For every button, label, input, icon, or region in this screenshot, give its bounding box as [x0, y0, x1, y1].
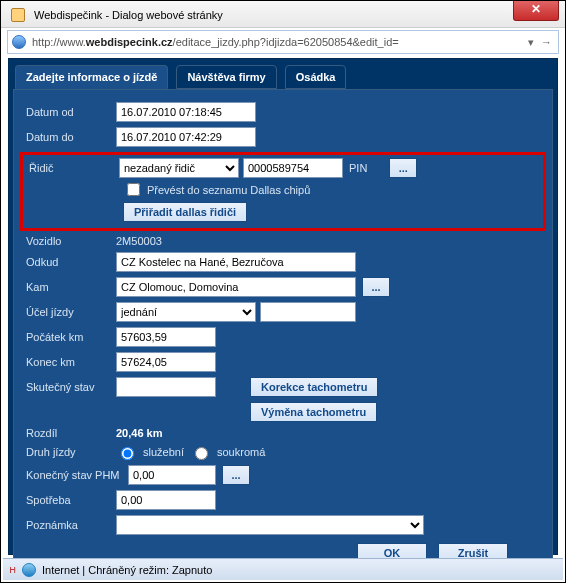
browse-pin-button[interactable]: ...	[389, 158, 417, 178]
label-spotreba: Spotřeba	[26, 494, 116, 506]
input-kam[interactable]	[116, 277, 356, 297]
label-druh: Druh jízdy	[26, 446, 116, 458]
close-button[interactable]: ✕	[513, 0, 559, 21]
button-priradit[interactable]: Přiřadit dallas řidiči	[123, 202, 247, 222]
input-datum-od[interactable]	[116, 102, 256, 122]
button-korekce[interactable]: Korekce tachometru	[250, 377, 378, 397]
status-bullet: ʜ	[9, 563, 16, 576]
globe-icon	[22, 563, 36, 577]
input-konecny-phm[interactable]	[128, 465, 216, 485]
browse-phm-button[interactable]: ...	[222, 465, 250, 485]
browse-kam-button[interactable]: ...	[362, 277, 390, 297]
address-bar[interactable]: http://www.webdispecink.cz/editace_jizdy…	[7, 30, 559, 54]
driver-highlight-box: Řidič nezadaný řidič PIN ... Převést do …	[20, 152, 546, 231]
ie-icon	[12, 35, 26, 49]
input-skutecny[interactable]	[116, 377, 216, 397]
app-icon	[11, 8, 25, 22]
label-datum-do: Datum do	[26, 131, 116, 143]
input-spotreba[interactable]	[116, 490, 216, 510]
select-poznamka[interactable]	[116, 515, 424, 535]
input-dallas-id[interactable]	[243, 158, 343, 178]
input-odkud[interactable]	[116, 252, 356, 272]
label-ridic: Řidič	[29, 162, 119, 174]
titlebar: Webdispečink - Dialog webové stránky ✕	[1, 1, 565, 28]
checkbox-prevest[interactable]	[127, 183, 140, 196]
label-sluzebni: služební	[143, 446, 184, 458]
label-prevest: Převést do seznamu Dallas chipů	[147, 184, 310, 196]
value-rozdil: 20,46 km	[116, 427, 162, 439]
addressbar-arrows[interactable]: ▾ →	[524, 36, 554, 49]
input-konec[interactable]	[116, 352, 216, 372]
url-text: http://www.webdispecink.cz/editace_jizdy…	[32, 36, 524, 48]
form-panel: Datum od Datum do Řidič nezadaný řidič P…	[13, 89, 553, 576]
label-vozidlo: Vozidlo	[26, 235, 116, 247]
tabstrip: Zadejte informace o jízdě Návštěva firmy…	[13, 63, 553, 89]
label-pocatek: Počátek km	[26, 331, 116, 343]
label-ucel: Účel jízdy	[26, 306, 116, 318]
content-area: Zadejte informace o jízdě Návštěva firmy…	[8, 58, 558, 555]
label-datum-od: Datum od	[26, 106, 116, 118]
label-kam: Kam	[26, 281, 116, 293]
status-text: Internet | Chráněný režim: Zapnuto	[42, 564, 212, 576]
tab-osadka[interactable]: Osádka	[285, 65, 347, 89]
label-rozdil: Rozdíl	[26, 427, 116, 439]
input-pocatek[interactable]	[116, 327, 216, 347]
select-ucel[interactable]: jednání	[116, 302, 256, 322]
label-pin: PIN	[349, 162, 367, 174]
label-odkud: Odkud	[26, 256, 116, 268]
close-icon: ✕	[531, 2, 541, 16]
input-ucel-text[interactable]	[260, 302, 356, 322]
label-skutecny: Skutečný stav	[26, 381, 116, 393]
select-ridic[interactable]: nezadaný řidič	[119, 158, 239, 178]
radio-sluzebni[interactable]	[121, 447, 134, 460]
status-bar: ʜ Internet | Chráněný režim: Zapnuto	[3, 558, 563, 580]
tab-jizda[interactable]: Zadejte informace o jízdě	[15, 65, 168, 89]
input-datum-do[interactable]	[116, 127, 256, 147]
label-soukroma: soukromá	[217, 446, 265, 458]
radio-soukroma[interactable]	[195, 447, 208, 460]
label-konec: Konec km	[26, 356, 116, 368]
label-poznamka: Poznámka	[26, 519, 116, 531]
tab-navsteva[interactable]: Návštěva firmy	[176, 65, 276, 89]
window-title: Webdispečink - Dialog webové stránky	[34, 9, 223, 21]
button-vymena[interactable]: Výměna tachometru	[250, 402, 377, 422]
value-vozidlo: 2M50003	[116, 235, 162, 247]
label-konecny-phm: Konečný stav PHM	[26, 469, 128, 481]
